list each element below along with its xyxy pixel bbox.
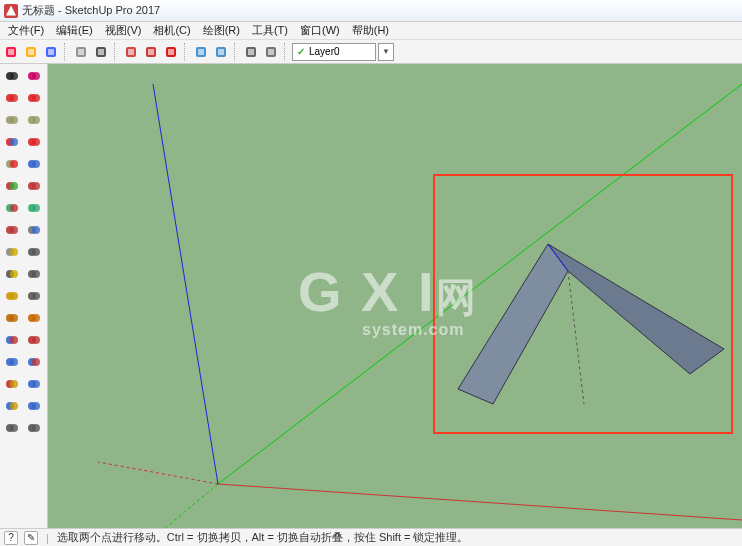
viewport[interactable]: G X I网 system.com: [48, 64, 742, 528]
tool-prev[interactable]: [24, 374, 44, 394]
tool-rotrect[interactable]: [2, 154, 22, 174]
print-button[interactable]: [242, 43, 260, 61]
tool-section[interactable]: [24, 308, 44, 328]
svg-point-33: [10, 116, 18, 124]
paint-button[interactable]: [142, 43, 160, 61]
tool-paint2[interactable]: [2, 308, 22, 328]
svg-point-65: [10, 292, 18, 300]
toolbar-divider: [284, 43, 288, 61]
menu-item-1[interactable]: 编辑(E): [50, 23, 99, 38]
tool-move[interactable]: [24, 176, 44, 196]
menubar: 文件(F)编辑(E)视图(V)相机(C)绘图(R)工具(T)窗口(W)帮助(H): [0, 22, 742, 40]
menu-item-3[interactable]: 相机(C): [147, 23, 196, 38]
tool-text[interactable]: [2, 264, 22, 284]
tool-select[interactable]: [2, 66, 22, 86]
tool-pushpull[interactable]: [2, 176, 22, 196]
tool-3dtext[interactable]: [24, 286, 44, 306]
svg-point-83: [32, 380, 40, 388]
save-button[interactable]: [42, 43, 60, 61]
tool-protractor[interactable]: [2, 286, 22, 306]
menu-item-6[interactable]: 窗口(W): [294, 23, 346, 38]
tool-tape[interactable]: [2, 242, 22, 262]
pointer-button[interactable]: [92, 43, 110, 61]
tool-position[interactable]: [2, 396, 22, 416]
svg-point-39: [32, 138, 40, 146]
svg-point-63: [32, 270, 40, 278]
svg-point-87: [32, 402, 40, 410]
tool-pan[interactable]: [24, 330, 44, 350]
tool-arc[interactable]: [2, 132, 22, 152]
tool-followme[interactable]: [24, 220, 44, 240]
svg-point-91: [32, 424, 40, 432]
tool-offset[interactable]: [2, 220, 22, 240]
cancel-button[interactable]: [162, 43, 180, 61]
highlight-annotation: [433, 174, 733, 434]
undo-button[interactable]: [192, 43, 210, 61]
cut-button[interactable]: [72, 43, 90, 61]
menu-item-2[interactable]: 视图(V): [99, 23, 148, 38]
svg-rect-9: [98, 49, 104, 55]
top-toolbar: ✓ Layer0 ▼: [0, 40, 742, 64]
svg-rect-7: [78, 49, 84, 55]
window-title: 无标题 - SketchUp Pro 2017: [22, 3, 160, 18]
app-icon: [4, 4, 18, 18]
tool-lookaround[interactable]: [24, 396, 44, 416]
svg-point-51: [32, 204, 40, 212]
svg-point-57: [10, 248, 18, 256]
svg-point-79: [32, 358, 40, 366]
model-button[interactable]: [262, 43, 280, 61]
svg-point-37: [10, 138, 18, 146]
svg-rect-13: [148, 49, 154, 55]
tool-eraser[interactable]: [24, 66, 44, 86]
tool-scale[interactable]: [24, 198, 44, 218]
layer-name: Layer0: [309, 46, 371, 57]
menu-item-0[interactable]: 文件(F): [2, 23, 50, 38]
svg-point-77: [10, 358, 18, 366]
tool-rectangle[interactable]: [2, 110, 22, 130]
redo-button[interactable]: [212, 43, 230, 61]
tool-walk[interactable]: [2, 418, 22, 438]
menu-item-4[interactable]: 绘图(R): [197, 23, 246, 38]
svg-rect-17: [198, 49, 204, 55]
tool-arc2[interactable]: [24, 154, 44, 174]
help-icon[interactable]: ?: [4, 531, 18, 545]
svg-rect-23: [268, 49, 274, 55]
svg-point-27: [32, 72, 40, 80]
tool-dimension[interactable]: [24, 242, 44, 262]
side-toolbar: [0, 64, 48, 528]
tool-line[interactable]: [2, 88, 22, 108]
new-button[interactable]: [2, 43, 20, 61]
layer-select[interactable]: ✓ Layer0: [292, 43, 376, 61]
tool-axes[interactable]: [24, 264, 44, 284]
tool-zoomext[interactable]: [2, 374, 22, 394]
svg-point-49: [10, 204, 18, 212]
hand-button[interactable]: [122, 43, 140, 61]
tool-polygon[interactable]: [24, 132, 44, 152]
tool-zoom[interactable]: [2, 352, 22, 372]
svg-rect-19: [218, 49, 224, 55]
svg-rect-3: [28, 49, 34, 55]
tool-circle[interactable]: [24, 110, 44, 130]
tool-zoomwin[interactable]: [24, 352, 44, 372]
tool-walk2[interactable]: [24, 418, 44, 438]
svg-point-35: [32, 116, 40, 124]
tool-orbit[interactable]: [2, 330, 22, 350]
svg-rect-21: [248, 49, 254, 55]
svg-rect-15: [168, 49, 174, 55]
svg-point-61: [10, 270, 18, 278]
svg-point-81: [10, 380, 18, 388]
svg-rect-1: [8, 49, 14, 55]
menu-item-5[interactable]: 工具(T): [246, 23, 294, 38]
layer-check-icon: ✓: [297, 46, 305, 57]
svg-point-31: [32, 94, 40, 102]
menu-item-7[interactable]: 帮助(H): [346, 23, 395, 38]
layer-dropdown-button[interactable]: ▼: [378, 43, 394, 61]
svg-point-55: [32, 226, 40, 234]
svg-point-69: [10, 314, 18, 322]
info-icon[interactable]: ✎: [24, 531, 38, 545]
tool-rotate[interactable]: [2, 198, 22, 218]
open-button[interactable]: [22, 43, 40, 61]
tool-freehand[interactable]: [24, 88, 44, 108]
svg-point-59: [32, 248, 40, 256]
svg-rect-5: [48, 49, 54, 55]
